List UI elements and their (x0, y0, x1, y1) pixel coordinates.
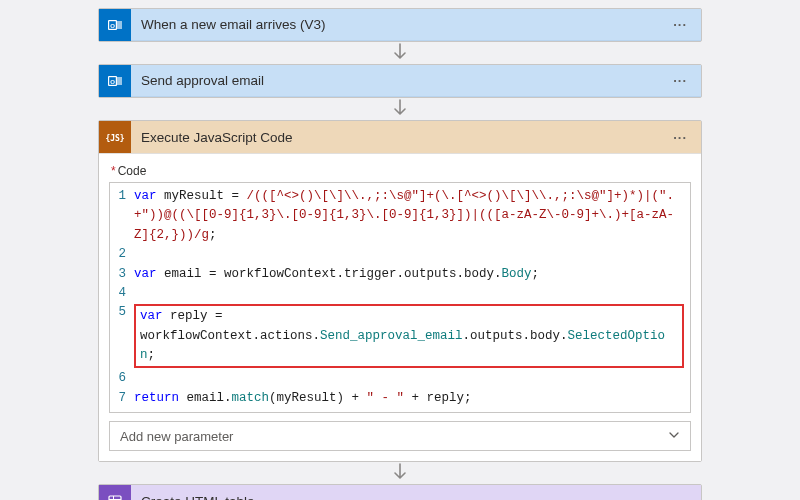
step-header[interactable]: O When a new email arrives (V3) ··· (99, 9, 701, 41)
highlighted-code: var reply = workflowContext.actions.Send… (134, 304, 684, 368)
more-icon[interactable]: ··· (669, 73, 691, 88)
code-line-3: var email = workflowContext.trigger.outp… (134, 265, 690, 284)
chevron-down-icon (668, 429, 680, 444)
step-title: When a new email arrives (V3) (141, 17, 659, 32)
more-icon[interactable]: ··· (669, 494, 691, 500)
line-number: 5 (110, 303, 134, 322)
step-header[interactable]: Create HTML table ··· (99, 485, 701, 500)
data-operations-icon (99, 485, 131, 500)
connector-arrow (98, 42, 702, 64)
line-number: 6 (110, 369, 134, 388)
svg-text:{JS}: {JS} (106, 134, 124, 143)
workflow-canvas: O When a new email arrives (V3) ··· O Se… (0, 0, 800, 500)
more-icon[interactable]: ··· (669, 17, 691, 32)
step-header[interactable]: {JS} Execute JavaScript Code ··· (99, 121, 701, 153)
line-number: 4 (110, 284, 134, 303)
connector-arrow (98, 98, 702, 120)
outlook-icon: O (99, 65, 131, 97)
svg-text:O: O (110, 22, 115, 28)
step-title: Execute JavaScript Code (141, 130, 659, 145)
line-number: 2 (110, 245, 134, 264)
code-line-5b: workflowContext.actions.Send_approval_em… (140, 327, 678, 366)
step-send-approval[interactable]: O Send approval email ··· (98, 64, 702, 98)
step-title: Create HTML table (141, 494, 659, 500)
step-title: Send approval email (141, 73, 659, 88)
add-parameter-label: Add new parameter (120, 429, 233, 444)
connector-arrow (98, 462, 702, 484)
step-body: *Code 1var myResult = var myResult = /((… (99, 153, 701, 461)
code-label: *Code (111, 164, 691, 178)
code-line-5: var reply = (140, 307, 678, 326)
code-editor[interactable]: 1var myResult = var myResult = /(([^<>()… (109, 182, 691, 413)
code-line-7: return email.match(myResult) + " - " + r… (134, 389, 690, 408)
line-number: 1 (110, 187, 134, 206)
line-number: 7 (110, 389, 134, 408)
add-parameter-dropdown[interactable]: Add new parameter (109, 421, 691, 451)
line-number: 3 (110, 265, 134, 284)
outlook-icon: O (99, 9, 131, 41)
code-line-1: var myResult = var myResult = /(([^<>()\… (134, 187, 690, 245)
step-email-trigger[interactable]: O When a new email arrives (V3) ··· (98, 8, 702, 42)
js-icon: {JS} (99, 121, 131, 153)
step-header[interactable]: O Send approval email ··· (99, 65, 701, 97)
step-create-html-table[interactable]: Create HTML table ··· (98, 484, 702, 500)
svg-text:O: O (110, 78, 115, 84)
more-icon[interactable]: ··· (669, 130, 691, 145)
step-execute-js: {JS} Execute JavaScript Code ··· *Code 1… (98, 120, 702, 462)
